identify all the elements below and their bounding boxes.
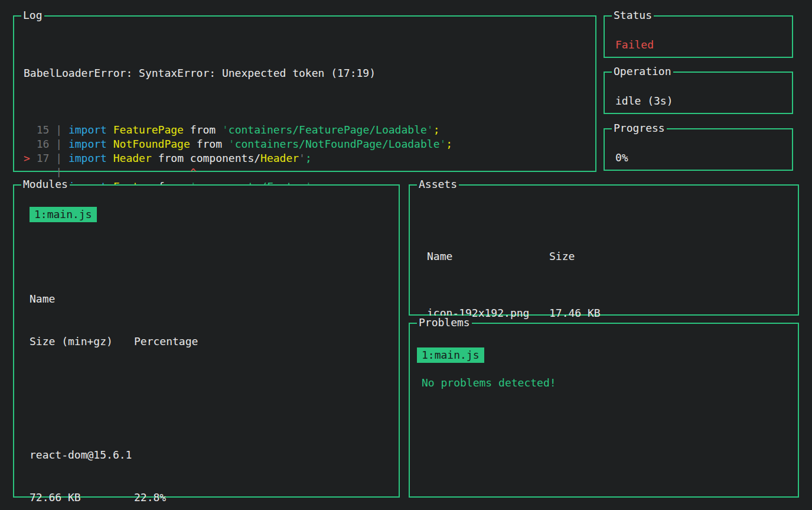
operation-panel-title: Operation <box>612 64 673 79</box>
modules-col-size: Size (min+gz) <box>30 334 134 349</box>
modules-panel-title: Modules <box>21 177 70 191</box>
module-percentage: 22.8% <box>134 491 166 503</box>
problems-message: No problems detected! <box>422 376 798 390</box>
code-line: | ^ <box>24 165 595 180</box>
problems-body: 1:main.js No problems detected! <box>417 347 798 390</box>
modules-context-badge: 1:main.js <box>30 207 97 222</box>
modules-header-row: Name Size (min+gz)Percentage <box>30 264 399 377</box>
module-size: 72.66 KB <box>30 490 134 505</box>
asset-row: icon-192x192.png17.46 KB <box>427 306 798 320</box>
progress-panel-title: Progress <box>612 121 667 135</box>
code-line: 15 | import FeaturePage from 'containers… <box>24 123 595 137</box>
assets-header-row: NameSize <box>427 249 798 264</box>
assets-panel-title: Assets <box>417 177 459 191</box>
modules-header-line2: Size (min+gz)Percentage <box>30 334 399 349</box>
assets-col-size: Size <box>549 250 575 262</box>
error-message: BabelLoaderError: SyntaxError: Unexpecte… <box>24 66 595 80</box>
code-line: > 17 | import Header from components/Hea… <box>24 151 595 165</box>
modules-col-percentage: Percentage <box>134 335 198 347</box>
operation-value: idle (3s) <box>615 94 792 108</box>
problems-panel: Problems 1:main.js No problems detected! <box>409 323 799 498</box>
status-value: Failed <box>615 38 792 52</box>
progress-panel: Progress 0% <box>604 128 793 171</box>
problems-context-badge: 1:main.js <box>417 347 484 363</box>
code-line: 16 | import NotFoundPage from 'container… <box>24 137 595 151</box>
status-panel: Status Failed <box>604 15 793 58</box>
asset-size: 17.46 KB <box>549 307 601 319</box>
modules-table: Name Size (min+gz)Percentage react-dom@1… <box>30 235 399 510</box>
problems-panel-title: Problems <box>417 316 472 330</box>
modules-panel: Modules 1:main.js Name Size (min+gz)Perc… <box>13 184 400 498</box>
modules-col-name: Name <box>30 292 399 306</box>
log-panel-title: Log <box>21 8 44 22</box>
operation-panel: Operation idle (3s) <box>604 72 793 114</box>
assets-col-name: Name <box>427 249 549 264</box>
modules-body: 1:main.js Name Size (min+gz)Percentage r… <box>30 207 399 510</box>
module-row: react-dom@15.6.1 72.66 KB22.8% <box>30 420 399 510</box>
progress-value: 0% <box>615 151 792 165</box>
status-panel-title: Status <box>612 8 654 22</box>
log-panel: Log BabelLoaderError: SyntaxError: Unexp… <box>13 15 596 172</box>
module-name: react-dom@15.6.1 <box>30 448 399 462</box>
assets-panel: Assets NameSize icon-192x192.png17.46 KB <box>409 184 799 316</box>
